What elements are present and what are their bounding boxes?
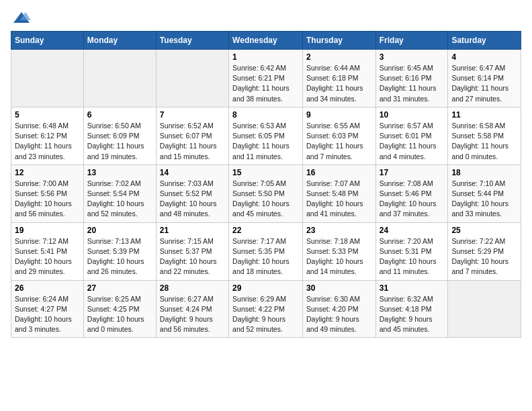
day-number: 7 bbox=[160, 110, 225, 120]
day-info: Sunrise: 7:00 AM Sunset: 5:56 PM Dayligh… bbox=[15, 179, 80, 220]
day-info: Sunrise: 7:13 AM Sunset: 5:39 PM Dayligh… bbox=[87, 236, 152, 277]
day-info: Sunrise: 6:29 AM Sunset: 4:22 PM Dayligh… bbox=[232, 294, 299, 335]
day-number: 12 bbox=[15, 168, 80, 177]
day-info: Sunrise: 7:15 AM Sunset: 5:37 PM Dayligh… bbox=[160, 236, 225, 277]
day-info: Sunrise: 6:50 AM Sunset: 6:09 PM Dayligh… bbox=[87, 121, 152, 162]
calendar-table: SundayMondayTuesdayWednesdayThursdayFrid… bbox=[11, 31, 521, 338]
calendar-week-row: 5Sunrise: 6:48 AM Sunset: 6:12 PM Daylig… bbox=[11, 107, 521, 165]
calendar-cell: 27Sunrise: 6:25 AM Sunset: 4:25 PM Dayli… bbox=[83, 280, 156, 338]
day-number: 9 bbox=[306, 110, 372, 120]
day-number: 24 bbox=[380, 226, 445, 235]
day-number: 6 bbox=[87, 110, 152, 120]
calendar-cell: 2Sunrise: 6:44 AM Sunset: 6:18 PM Daylig… bbox=[302, 50, 375, 107]
day-info: Sunrise: 7:10 AM Sunset: 5:44 PM Dayligh… bbox=[451, 179, 517, 220]
day-number: 5 bbox=[15, 110, 80, 120]
weekday-header-monday: Monday bbox=[83, 32, 156, 50]
calendar-cell: 19Sunrise: 7:12 AM Sunset: 5:41 PM Dayli… bbox=[11, 222, 84, 280]
calendar-cell: 23Sunrise: 7:18 AM Sunset: 5:33 PM Dayli… bbox=[302, 222, 375, 280]
calendar-cell: 4Sunrise: 6:47 AM Sunset: 6:14 PM Daylig… bbox=[448, 50, 521, 107]
weekday-header-wednesday: Wednesday bbox=[229, 32, 303, 50]
day-number: 16 bbox=[306, 168, 372, 177]
day-number: 13 bbox=[87, 168, 152, 177]
calendar-cell: 5Sunrise: 6:48 AM Sunset: 6:12 PM Daylig… bbox=[11, 107, 84, 165]
day-info: Sunrise: 7:18 AM Sunset: 5:33 PM Dayligh… bbox=[306, 236, 372, 277]
day-info: Sunrise: 7:20 AM Sunset: 5:31 PM Dayligh… bbox=[380, 236, 445, 277]
day-info: Sunrise: 6:24 AM Sunset: 4:27 PM Dayligh… bbox=[15, 294, 80, 335]
day-info: Sunrise: 6:52 AM Sunset: 6:07 PM Dayligh… bbox=[160, 121, 225, 162]
weekday-header-sunday: Sunday bbox=[11, 32, 84, 50]
day-info: Sunrise: 6:42 AM Sunset: 6:21 PM Dayligh… bbox=[232, 63, 299, 104]
day-info: Sunrise: 6:44 AM Sunset: 6:18 PM Dayligh… bbox=[306, 63, 372, 104]
day-number: 28 bbox=[160, 283, 225, 293]
weekday-header-friday: Friday bbox=[375, 32, 448, 50]
calendar-cell: 13Sunrise: 7:02 AM Sunset: 5:54 PM Dayli… bbox=[83, 165, 156, 222]
calendar-week-row: 12Sunrise: 7:00 AM Sunset: 5:56 PM Dayli… bbox=[11, 165, 521, 222]
day-number: 17 bbox=[380, 168, 445, 177]
day-info: Sunrise: 6:57 AM Sunset: 6:01 PM Dayligh… bbox=[380, 121, 445, 162]
calendar-cell: 8Sunrise: 6:53 AM Sunset: 6:05 PM Daylig… bbox=[229, 107, 303, 165]
day-number: 25 bbox=[451, 226, 517, 235]
day-info: Sunrise: 6:25 AM Sunset: 4:25 PM Dayligh… bbox=[87, 294, 152, 335]
day-info: Sunrise: 7:02 AM Sunset: 5:54 PM Dayligh… bbox=[87, 179, 152, 220]
weekday-header-tuesday: Tuesday bbox=[156, 32, 228, 50]
calendar-week-row: 19Sunrise: 7:12 AM Sunset: 5:41 PM Dayli… bbox=[11, 222, 521, 280]
calendar-cell: 7Sunrise: 6:52 AM Sunset: 6:07 PM Daylig… bbox=[156, 107, 228, 165]
day-number: 19 bbox=[15, 226, 80, 235]
calendar-cell: 12Sunrise: 7:00 AM Sunset: 5:56 PM Dayli… bbox=[11, 165, 84, 222]
calendar-cell: 9Sunrise: 6:55 AM Sunset: 6:03 PM Daylig… bbox=[302, 107, 375, 165]
calendar-cell: 24Sunrise: 7:20 AM Sunset: 5:31 PM Dayli… bbox=[375, 222, 448, 280]
page-header bbox=[11, 11, 521, 24]
calendar-cell: 28Sunrise: 6:27 AM Sunset: 4:24 PM Dayli… bbox=[156, 280, 228, 338]
calendar-cell bbox=[83, 50, 156, 107]
day-info: Sunrise: 7:22 AM Sunset: 5:29 PM Dayligh… bbox=[451, 236, 517, 277]
calendar-cell: 14Sunrise: 7:03 AM Sunset: 5:52 PM Dayli… bbox=[156, 165, 228, 222]
day-number: 15 bbox=[232, 168, 299, 177]
day-number: 1 bbox=[232, 52, 299, 62]
day-number: 4 bbox=[451, 52, 517, 62]
day-info: Sunrise: 7:12 AM Sunset: 5:41 PM Dayligh… bbox=[15, 236, 80, 277]
calendar-week-row: 1Sunrise: 6:42 AM Sunset: 6:21 PM Daylig… bbox=[11, 50, 521, 107]
calendar-cell: 25Sunrise: 7:22 AM Sunset: 5:29 PM Dayli… bbox=[448, 222, 521, 280]
calendar-cell: 18Sunrise: 7:10 AM Sunset: 5:44 PM Dayli… bbox=[448, 165, 521, 222]
day-info: Sunrise: 7:03 AM Sunset: 5:52 PM Dayligh… bbox=[160, 179, 225, 220]
calendar-cell: 20Sunrise: 7:13 AM Sunset: 5:39 PM Dayli… bbox=[83, 222, 156, 280]
calendar-cell: 16Sunrise: 7:07 AM Sunset: 5:48 PM Dayli… bbox=[302, 165, 375, 222]
calendar-cell bbox=[11, 50, 84, 107]
day-number: 22 bbox=[232, 226, 299, 235]
day-number: 26 bbox=[15, 283, 80, 293]
calendar-header-row: SundayMondayTuesdayWednesdayThursdayFrid… bbox=[11, 32, 521, 50]
day-number: 14 bbox=[160, 168, 225, 177]
logo bbox=[11, 11, 31, 24]
calendar-cell: 17Sunrise: 7:08 AM Sunset: 5:46 PM Dayli… bbox=[375, 165, 448, 222]
calendar-cell: 31Sunrise: 6:32 AM Sunset: 4:18 PM Dayli… bbox=[375, 280, 448, 338]
day-number: 29 bbox=[232, 283, 299, 293]
calendar-cell: 15Sunrise: 7:05 AM Sunset: 5:50 PM Dayli… bbox=[229, 165, 303, 222]
day-info: Sunrise: 6:27 AM Sunset: 4:24 PM Dayligh… bbox=[160, 294, 225, 335]
calendar-cell: 29Sunrise: 6:29 AM Sunset: 4:22 PM Dayli… bbox=[229, 280, 303, 338]
weekday-header-thursday: Thursday bbox=[302, 32, 375, 50]
day-info: Sunrise: 7:07 AM Sunset: 5:48 PM Dayligh… bbox=[306, 179, 372, 220]
calendar-week-row: 26Sunrise: 6:24 AM Sunset: 4:27 PM Dayli… bbox=[11, 280, 521, 338]
day-info: Sunrise: 6:48 AM Sunset: 6:12 PM Dayligh… bbox=[15, 121, 80, 162]
calendar-cell: 22Sunrise: 7:17 AM Sunset: 5:35 PM Dayli… bbox=[229, 222, 303, 280]
calendar-cell: 10Sunrise: 6:57 AM Sunset: 6:01 PM Dayli… bbox=[375, 107, 448, 165]
calendar-cell bbox=[448, 280, 521, 338]
day-number: 3 bbox=[380, 52, 445, 62]
day-number: 8 bbox=[232, 110, 299, 120]
day-info: Sunrise: 6:47 AM Sunset: 6:14 PM Dayligh… bbox=[451, 63, 517, 104]
logo-icon bbox=[12, 11, 31, 24]
day-number: 11 bbox=[451, 110, 517, 120]
day-number: 30 bbox=[306, 283, 372, 293]
day-info: Sunrise: 6:45 AM Sunset: 6:16 PM Dayligh… bbox=[380, 63, 445, 104]
calendar-cell: 30Sunrise: 6:30 AM Sunset: 4:20 PM Dayli… bbox=[302, 280, 375, 338]
day-number: 31 bbox=[380, 283, 445, 293]
day-info: Sunrise: 6:30 AM Sunset: 4:20 PM Dayligh… bbox=[306, 294, 372, 335]
day-info: Sunrise: 6:32 AM Sunset: 4:18 PM Dayligh… bbox=[380, 294, 445, 335]
calendar-cell: 1Sunrise: 6:42 AM Sunset: 6:21 PM Daylig… bbox=[229, 50, 303, 107]
day-number: 27 bbox=[87, 283, 152, 293]
day-info: Sunrise: 6:55 AM Sunset: 6:03 PM Dayligh… bbox=[306, 121, 372, 162]
day-info: Sunrise: 6:53 AM Sunset: 6:05 PM Dayligh… bbox=[232, 121, 299, 162]
day-number: 20 bbox=[87, 226, 152, 235]
day-info: Sunrise: 7:17 AM Sunset: 5:35 PM Dayligh… bbox=[232, 236, 299, 277]
day-number: 21 bbox=[160, 226, 225, 235]
